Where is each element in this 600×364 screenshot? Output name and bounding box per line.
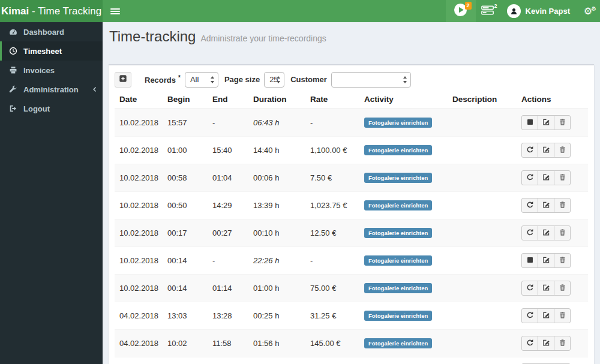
sidebar-item-label: Logout <box>23 104 98 113</box>
cell-activity: Fotogalerie einrichten <box>359 137 448 164</box>
stop-button[interactable] <box>521 253 538 268</box>
delete-button[interactable] <box>554 115 571 130</box>
top-navbar: Kimai - Time Tracking 2 <box>0 0 600 22</box>
print-icon <box>9 66 23 74</box>
delete-button[interactable] <box>554 308 571 323</box>
restart-button[interactable] <box>521 170 538 185</box>
restart-button[interactable] <box>521 281 538 296</box>
activity-badge[interactable]: Fotogalerie einrichten <box>364 200 432 210</box>
cell-end: 22:22 <box>208 357 248 364</box>
timesheet-row: 10.02.201800:5014:2913:39 h1,023.75 €Fot… <box>115 192 588 219</box>
active-timer-menu[interactable]: 2 <box>446 0 476 22</box>
cell-description <box>448 330 517 357</box>
cell-actions <box>517 192 588 219</box>
edit-button[interactable] <box>538 281 554 296</box>
restart-button[interactable] <box>521 198 538 213</box>
delete-button[interactable] <box>554 225 571 240</box>
cell-rate: - <box>305 247 359 275</box>
sidebar-item-administration[interactable]: Administration <box>0 80 103 99</box>
records-select[interactable]: All <box>185 72 218 88</box>
sidebar-item-invoices[interactable]: Invoices <box>0 61 103 80</box>
edit-button[interactable] <box>538 170 554 185</box>
delete-button[interactable] <box>554 143 571 158</box>
table-header-row: DateBeginEndDurationRateActivityDescript… <box>115 92 588 109</box>
edit-button[interactable] <box>538 115 554 130</box>
cell-end: 14:29 <box>208 192 248 219</box>
activity-badge[interactable]: Fotogalerie einrichten <box>364 118 432 128</box>
app-window: Kimai - Time Tracking 2 <box>0 0 600 364</box>
cell-begin: 00:14 <box>163 275 208 302</box>
timesheet-row: 10.02.201800:1401:1401:00 h75.00 €Fotoga… <box>115 275 588 302</box>
repeat-icon <box>526 311 534 321</box>
edit-button[interactable] <box>538 336 554 351</box>
delete-button[interactable] <box>554 170 571 185</box>
delete-button[interactable] <box>554 281 571 296</box>
stop-button[interactable] <box>521 115 538 130</box>
edit-button[interactable] <box>538 198 554 213</box>
cell-rate: 12.50 € <box>305 219 359 247</box>
page-size-label: Page size <box>224 75 260 84</box>
restart-button[interactable] <box>521 143 538 158</box>
trash-icon <box>559 256 566 266</box>
tasks-icon <box>481 5 495 18</box>
edit-button[interactable] <box>538 253 554 268</box>
repeat-icon <box>526 284 534 293</box>
customer-select[interactable] <box>331 72 411 88</box>
sidebar-item-label: Dashboard <box>23 28 98 37</box>
add-record-button[interactable] <box>115 72 131 88</box>
sidebar-item-logout[interactable]: Logout <box>0 99 103 118</box>
cell-actions <box>517 247 588 275</box>
restart-button[interactable] <box>521 308 538 323</box>
activity-badge[interactable]: Fotogalerie einrichten <box>364 255 432 266</box>
edit-button[interactable] <box>538 225 554 240</box>
page-size-select[interactable]: 25 <box>264 72 284 88</box>
logout-icon <box>9 104 23 113</box>
sidebar-item-timesheet[interactable]: Timesheet <box>0 41 103 61</box>
sidebar-toggle-button[interactable] <box>103 0 128 22</box>
activity-badge[interactable]: Fotogalerie einrichten <box>364 145 432 155</box>
gears-icon: ⚙⚙ <box>584 7 592 16</box>
cell-duration: 06:43 h <box>248 109 305 137</box>
delete-button[interactable] <box>554 198 571 213</box>
brand-logo[interactable]: Kimai - Time Tracking <box>0 0 103 22</box>
activity-badge[interactable]: Fotogalerie einrichten <box>364 228 432 238</box>
repeat-icon <box>526 339 534 348</box>
cell-description <box>448 302 517 330</box>
cell-description <box>448 219 517 247</box>
sidebar-item-dashboard[interactable]: Dashboard <box>0 22 103 41</box>
cell-actions <box>517 275 588 302</box>
cell-activity: Fotogalerie einrichten <box>359 219 448 247</box>
user-name: Kevin Papst <box>526 7 570 16</box>
settings-menu[interactable]: ⚙⚙ <box>576 0 600 22</box>
cell-activity: Fotogalerie einrichten <box>359 247 448 275</box>
cell-description <box>448 357 517 364</box>
cell-rate: 75.00 € <box>305 275 359 302</box>
brand-name: Kimai <box>1 5 29 17</box>
customer-filter-label: Customer <box>290 75 327 84</box>
dashboard-icon <box>9 28 23 36</box>
edit-button[interactable] <box>538 308 554 323</box>
user-menu[interactable]: Kevin Papst <box>501 0 576 22</box>
delete-button[interactable] <box>554 336 571 351</box>
cell-end: 01:04 <box>208 164 248 192</box>
activity-badge[interactable]: Fotogalerie einrichten <box>364 311 432 321</box>
cell-end: 11:58 <box>208 330 248 357</box>
page-subtitle: Administrate your time-recordings <box>200 34 326 43</box>
cell-actions <box>517 219 588 247</box>
edit-button[interactable] <box>538 143 554 158</box>
activity-badge[interactable]: Fotogalerie einrichten <box>364 283 432 293</box>
restart-button[interactable] <box>521 336 538 351</box>
restart-button[interactable] <box>521 225 538 240</box>
timesheet-box: Records * All Page size 25 Customer Date… <box>109 64 594 364</box>
cell-end: - <box>208 109 248 137</box>
timesheet-row: 10.02.201800:1700:2700:10 h12.50 €Fotoga… <box>115 219 588 247</box>
cell-activity: Fotogalerie einrichten <box>359 164 448 192</box>
cell-date: 10.02.2018 <box>115 164 163 192</box>
timesheet-row: 04.02.201813:0313:2800:25 h31.25 €Fotoga… <box>115 302 588 330</box>
activity-badge[interactable]: Fotogalerie einrichten <box>364 338 432 348</box>
tasks-menu[interactable]: 2 <box>476 0 501 22</box>
activity-badge[interactable]: Fotogalerie einrichten <box>364 173 432 183</box>
trash-icon <box>559 173 566 183</box>
trash-icon <box>559 228 566 238</box>
delete-button[interactable] <box>554 253 571 268</box>
